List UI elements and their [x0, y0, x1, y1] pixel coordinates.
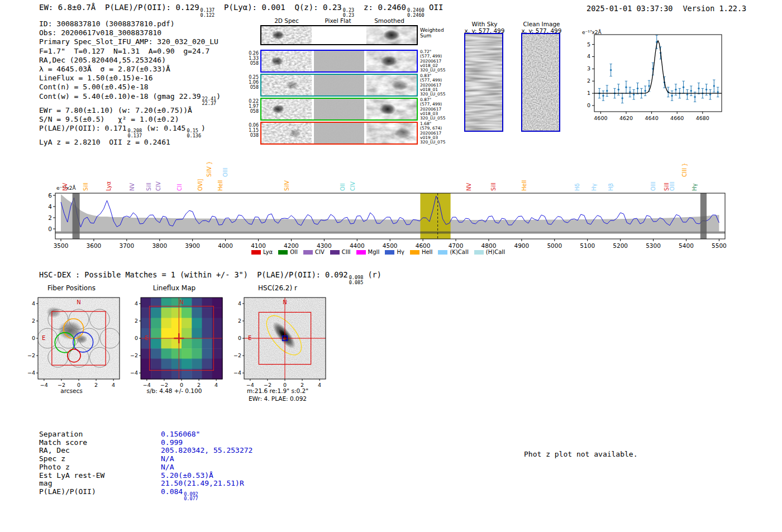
- cutout-fiber-info: 0.72"(577, 499)20200617v018_02320_LU_055: [420, 50, 465, 73]
- cutout-fiber-weights: 0.221.97058: [248, 99, 259, 114]
- match-table-row: P(LAE)/P(OII)0.0840.0920.077: [39, 488, 252, 501]
- cutout-row: [260, 25, 418, 45]
- svg-text:E: E: [145, 335, 148, 341]
- svg-text:SiIV }: SiIV }: [206, 161, 212, 177]
- svg-text:−2: −2: [27, 352, 35, 358]
- svg-text:−2: −2: [130, 352, 138, 358]
- svg-text:4: 4: [238, 300, 241, 306]
- svg-text:4100: 4100: [251, 242, 266, 249]
- spec2d-cutout: [261, 99, 312, 119]
- pixel-flat-cutout: [314, 51, 364, 71]
- hsc-match-header: HSC-DEX : Possible Matches = 1 (within +…: [39, 270, 382, 285]
- with-sky-image: [465, 34, 502, 131]
- legend-label: CIII: [342, 249, 351, 255]
- svg-text:N: N: [77, 299, 80, 305]
- legend-swatch: [330, 250, 340, 255]
- match-table-row: RA, Dec205.820342, 55.253272: [39, 447, 252, 455]
- legend-item: (K)CaII: [438, 249, 468, 255]
- with-sky-title: With Sky x, y: 577, 499: [458, 21, 511, 34]
- svg-text:OVI]: OVI]: [197, 179, 203, 191]
- cutout-fiber-info: 0.83"(577, 499)20200617v018_01320_LU_055: [420, 74, 465, 97]
- match-field-value: 205.820342, 55.253272: [161, 446, 252, 454]
- svg-text:4500: 4500: [383, 242, 398, 249]
- svg-text:0: 0: [238, 335, 241, 341]
- clean-image-title: Clean Image x, y: 577, 499: [515, 21, 568, 34]
- svg-text:HeII: HeII: [521, 180, 527, 191]
- lineflux-map: −4−4−2−2002244NE: [118, 292, 230, 398]
- svg-text:4660: 4660: [670, 115, 684, 121]
- emission-line-labels: NVSiIILyαNVSiIICIVCIIOVI]SiIV }HeIIOIIIS…: [62, 161, 698, 191]
- with-sky-panel: [464, 33, 503, 132]
- svg-text:3700: 3700: [119, 242, 134, 249]
- svg-text:5100: 5100: [580, 242, 595, 249]
- pixel-flat-cutout: [314, 26, 364, 44]
- hsc-cutout-title: HSC(26.2) r: [222, 284, 333, 292]
- svg-text:E: E: [42, 335, 45, 341]
- photz-note: Phot z plot not available.: [524, 450, 638, 458]
- svg-text:0: 0: [48, 226, 52, 232]
- svg-text:Hγ: Hγ: [692, 183, 698, 191]
- svg-text:5300: 5300: [646, 242, 661, 249]
- svg-text:4400: 4400: [350, 242, 365, 249]
- svg-text:NV: NV: [466, 183, 472, 191]
- match-field-value: N/A: [161, 454, 174, 463]
- svg-text:4680: 4680: [696, 115, 709, 121]
- legend-label: HeII: [422, 249, 433, 255]
- legend-swatch: [438, 250, 447, 255]
- match-field-label: RA, Dec: [39, 447, 161, 455]
- legend-label: Hγ: [397, 249, 404, 255]
- svg-text:0: 0: [587, 102, 590, 108]
- svg-text:3800: 3800: [152, 242, 167, 249]
- info-line-wavelength: λ = 4645.03Å σ = 2.87(±0.33)Å: [39, 65, 221, 74]
- svg-text:−4: −4: [27, 370, 35, 376]
- svg-text:3: 3: [587, 65, 590, 71]
- svg-text:OIII: OIII: [222, 167, 228, 177]
- match-table-row: Photo zN/A: [39, 463, 252, 472]
- match-table-row: mag21.50(21.49,21.51)R: [39, 480, 252, 488]
- svg-text:4: 4: [135, 300, 138, 306]
- header-z: z: 0.2460: [354, 3, 406, 12]
- svg-text:SiII: SiII: [490, 183, 497, 191]
- svg-text:−4: −4: [233, 370, 241, 376]
- fiber-positions-map: −4−4−2−2002244NE: [16, 292, 127, 398]
- svg-text:2: 2: [32, 318, 35, 324]
- cutout-row: [260, 98, 418, 121]
- fiber-positions-title: Fiber Positions: [16, 284, 127, 292]
- clean-image-panel: [521, 33, 560, 132]
- header-plya-qz: P(Lyα): 0.001 Q(z): 0.23: [214, 3, 342, 12]
- match-table-row: Spec zN/A: [39, 455, 252, 463]
- legend-swatch: [278, 250, 288, 255]
- svg-text:N: N: [283, 299, 287, 305]
- spectrum-legend: LyαOIICIVCIIIMgIIHγHeII(K)CaII(H)CaII: [251, 249, 505, 255]
- svg-text:Lyα: Lyα: [106, 181, 112, 191]
- lineflux-map-title: Lineflux Map: [118, 284, 230, 292]
- svg-text:0: 0: [135, 335, 138, 341]
- legend-label: (K)CaII: [450, 249, 468, 255]
- header-ew-plae: EW: 6.8±0.7Å P(LAE)/P(OII): 0.129: [39, 3, 199, 12]
- svg-text:5200: 5200: [613, 242, 628, 249]
- spec2d-cutout: [261, 75, 312, 95]
- legend-item: (H)CaII: [474, 249, 505, 255]
- spectrum-plot-area: [55, 193, 725, 239]
- info-line-contn: Cont(n) = 5.00(±0.45)e-18: [39, 83, 221, 92]
- hsc-cutout-xlabel2: EWr: 4. PLAE: 0.092: [222, 395, 333, 402]
- match-field-value: 0.156068": [161, 430, 200, 438]
- cutout-grid: 2D SpecPixel FlatSmoothedWeightedSum0.26…: [248, 17, 471, 151]
- svg-text:4600: 4600: [594, 115, 607, 121]
- svg-text:CIV: CIV: [350, 181, 356, 191]
- cutout-row: [260, 74, 418, 97]
- cutout-fiber-info: 1.68"(579, 674)20200617v019_03320_LU_075: [420, 122, 465, 145]
- info-line-sn: S/N = 9.5(±0.5) χ² = 1.0(±0.2): [39, 115, 221, 124]
- svg-text:4300: 4300: [317, 242, 332, 249]
- svg-text:SiII: SiII: [83, 183, 89, 191]
- match-table-row: Est LyA rest-EW5.20(±0.53)Å: [39, 472, 252, 480]
- svg-text:Hβ: Hβ: [608, 183, 614, 191]
- match-field-value: 21.50(21.49,21.51)R: [161, 479, 244, 487]
- svg-text:OII: OII: [340, 183, 346, 191]
- match-value-interval: 0.0920.077: [184, 492, 198, 501]
- svg-text:CII: CII: [177, 184, 183, 191]
- svg-text:Hγ: Hγ: [591, 183, 597, 191]
- header-z-type: OII: [425, 3, 444, 12]
- timestamp: 2025-01-01 03:37:30: [586, 4, 673, 13]
- smoothed-cutout: [366, 75, 417, 95]
